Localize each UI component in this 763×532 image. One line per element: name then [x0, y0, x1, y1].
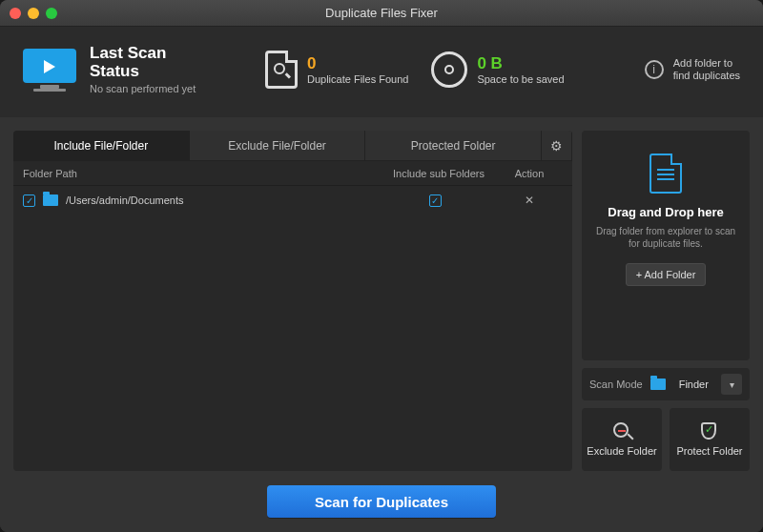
- table-header: Folder Path Include sub Folders Action: [13, 161, 572, 186]
- header: Last Scan Status No scan performed yet 0…: [0, 27, 763, 117]
- scan-mode-label: Scan Mode: [589, 379, 643, 390]
- settings-button[interactable]: ⚙: [542, 131, 572, 160]
- status-heading: Status: [90, 62, 196, 80]
- scan-bar: Scan for Duplicates: [13, 481, 750, 522]
- body: Include File/Folder Exclude File/Folder …: [0, 117, 763, 532]
- add-folder-hint: i Add folder to find duplicates: [645, 57, 740, 82]
- hint-line: Add folder to: [673, 57, 740, 70]
- status-subtext: No scan performed yet: [90, 83, 196, 94]
- protect-folder-label: Protect Folder: [676, 445, 742, 457]
- scan-mode-select[interactable]: Finder: [650, 379, 721, 390]
- monitor-icon: [23, 49, 76, 91]
- tabs: Include File/Folder Exclude File/Folder …: [13, 131, 572, 161]
- scan-mode-row: Scan Mode Finder ▾: [582, 368, 750, 400]
- window-title: Duplicate Files Fixer: [0, 6, 763, 20]
- row-checkbox[interactable]: ✓: [23, 194, 35, 207]
- add-folder-button[interactable]: + Add Folder: [626, 263, 707, 286]
- main-row: Include File/Folder Exclude File/Folder …: [13, 131, 750, 471]
- minimize-icon[interactable]: [28, 8, 39, 19]
- hint-line: find duplicates: [673, 70, 740, 82]
- stat-duplicates-value: 0: [307, 54, 408, 73]
- info-icon[interactable]: i: [645, 60, 664, 79]
- window-controls: [10, 8, 57, 19]
- table-row: ✓ /Users/admin/Documents ✓ ✕: [13, 186, 572, 215]
- exclude-folder-card[interactable]: Exclude Folder: [582, 408, 662, 471]
- scan-status: Last Scan Status No scan performed yet: [23, 44, 242, 94]
- right-panel: Drag and Drop here Drag folder from expl…: [582, 131, 750, 471]
- drop-subtitle: Drag folder from explorer to scan for du…: [593, 225, 738, 250]
- stat-space-value: 0 B: [477, 54, 564, 73]
- exclude-folder-label: Exclude Folder: [587, 445, 656, 457]
- folder-icon: [43, 194, 58, 206]
- file-search-icon: [265, 51, 298, 89]
- app-window: Duplicate Files Fixer Last Scan Status N…: [0, 0, 763, 532]
- drop-title: Drag and Drop here: [608, 205, 723, 219]
- status-heading: Last Scan: [90, 44, 196, 62]
- col-action: Action: [496, 168, 563, 179]
- remove-row-button[interactable]: ✕: [525, 194, 534, 207]
- folder-icon: [650, 379, 666, 390]
- tab-exclude[interactable]: Exclude File/Folder: [190, 131, 366, 160]
- stat-space: 0 B Space to be saved: [431, 51, 564, 88]
- stat-duplicates: 0 Duplicate Files Found: [265, 51, 408, 89]
- tab-include[interactable]: Include File/Folder: [13, 131, 190, 160]
- gear-icon: ⚙: [550, 138, 563, 153]
- stat-space-label: Space to be saved: [477, 73, 564, 85]
- zoom-icon[interactable]: [46, 8, 57, 19]
- shield-check-icon: [701, 422, 716, 440]
- tab-protected[interactable]: Protected Folder: [365, 131, 542, 160]
- disk-icon: [431, 51, 467, 88]
- col-include-sub: Include sub Folders: [382, 168, 496, 179]
- scan-button[interactable]: Scan for Duplicates: [267, 485, 496, 518]
- titlebar: Duplicate Files Fixer: [0, 0, 763, 27]
- include-sub-checkbox[interactable]: ✓: [429, 194, 442, 207]
- chevron-down-icon[interactable]: ▾: [721, 374, 742, 395]
- scan-mode-value: Finder: [679, 379, 709, 390]
- folder-list-panel: Include File/Folder Exclude File/Folder …: [13, 131, 572, 471]
- protect-folder-card[interactable]: Protect Folder: [670, 408, 750, 471]
- row-path: /Users/admin/Documents: [66, 194, 184, 206]
- col-folder-path: Folder Path: [23, 168, 382, 179]
- document-icon: [650, 153, 682, 194]
- search-minus-icon: [613, 422, 629, 438]
- stat-duplicates-label: Duplicate Files Found: [307, 73, 408, 85]
- drop-zone[interactable]: Drag and Drop here Drag folder from expl…: [582, 131, 750, 360]
- close-icon[interactable]: [10, 8, 21, 19]
